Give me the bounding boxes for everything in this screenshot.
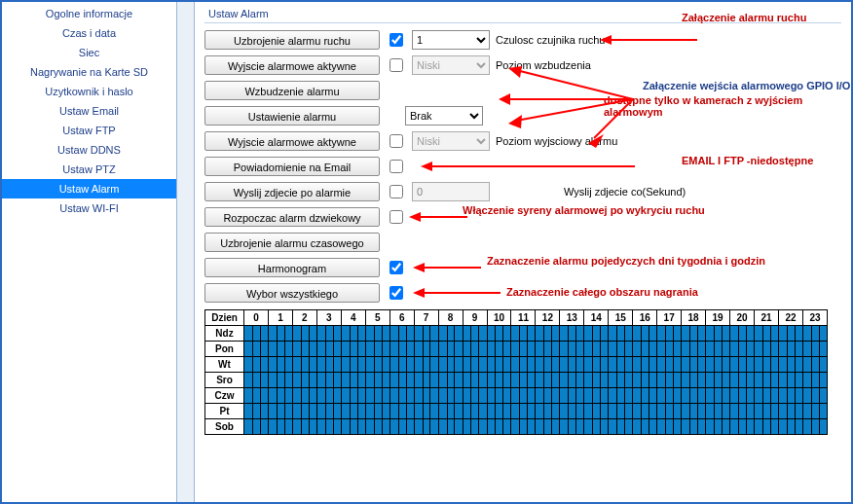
schedule-cell[interactable] <box>268 404 292 419</box>
schedule-cell[interactable] <box>511 326 536 342</box>
schedule-cell[interactable] <box>536 404 560 419</box>
sidebar-item-4[interactable]: Uzytkownik i haslo <box>2 82 176 101</box>
schedule-cell[interactable] <box>536 342 560 357</box>
schedule-cell[interactable] <box>633 342 657 357</box>
schedule-cell[interactable] <box>438 404 463 419</box>
schedule-cell[interactable] <box>511 404 536 419</box>
select-all-button[interactable]: Wybor wszystkiego <box>204 283 380 303</box>
schedule-cell[interactable] <box>755 357 779 373</box>
schedule-cell[interactable] <box>244 373 269 388</box>
schedule-cell[interactable] <box>657 388 682 404</box>
schedule-table[interactable]: Dzien01234567891011121314151617181920212… <box>204 309 828 435</box>
schedule-cell[interactable] <box>536 326 560 342</box>
schedule-cell[interactable] <box>341 388 365 404</box>
schedule-cell[interactable] <box>268 342 292 357</box>
alarm-setting-select[interactable]: Brak <box>405 106 483 126</box>
schedule-button[interactable]: Harmonogram <box>204 258 380 277</box>
schedule-cell[interactable] <box>438 388 463 404</box>
sidebar-item-8[interactable]: Ustaw PTZ <box>2 160 176 179</box>
schedule-cell[interactable] <box>730 342 755 357</box>
schedule-cell[interactable] <box>536 357 560 373</box>
schedule-cell[interactable] <box>584 404 609 419</box>
sidebar-item-7[interactable]: Ustaw DDNS <box>2 140 176 160</box>
schedule-cell[interactable] <box>292 404 316 419</box>
schedule-cell[interactable] <box>316 357 341 373</box>
sidebar-item-10[interactable]: Ustaw WI-FI <box>2 198 176 218</box>
schedule-cell[interactable] <box>633 404 657 419</box>
schedule-cell[interactable] <box>414 357 438 373</box>
schedule-cell[interactable] <box>802 419 827 435</box>
schedule-cell[interactable] <box>633 326 657 342</box>
schedule-cell[interactable] <box>438 373 463 388</box>
schedule-cell[interactable] <box>463 373 487 388</box>
schedule-cell[interactable] <box>389 357 414 373</box>
send-photo-checkbox[interactable] <box>389 185 403 198</box>
schedule-cell[interactable] <box>341 373 365 388</box>
schedule-cell[interactable] <box>609 404 633 419</box>
schedule-cell[interactable] <box>341 357 365 373</box>
schedule-cell[interactable] <box>657 342 682 357</box>
schedule-cell[interactable] <box>487 388 511 404</box>
schedule-cell[interactable] <box>755 388 779 404</box>
schedule-cell[interactable] <box>268 326 292 342</box>
schedule-cell[interactable] <box>268 357 292 373</box>
email-notify-checkbox[interactable] <box>389 160 403 173</box>
schedule-cell[interactable] <box>292 373 316 388</box>
schedule-cell[interactable] <box>389 404 414 419</box>
schedule-cell[interactable] <box>292 357 316 373</box>
schedule-cell[interactable] <box>706 357 730 373</box>
schedule-cell[interactable] <box>244 342 269 357</box>
schedule-cell[interactable] <box>389 419 414 435</box>
schedule-checkbox[interactable] <box>389 261 403 274</box>
schedule-cell[interactable] <box>341 326 365 342</box>
sidebar-item-5[interactable]: Ustaw Email <box>2 101 176 121</box>
schedule-cell[interactable] <box>365 357 389 373</box>
schedule-cell[interactable] <box>511 388 536 404</box>
schedule-cell[interactable] <box>560 388 584 404</box>
schedule-cell[interactable] <box>511 373 536 388</box>
schedule-cell[interactable] <box>778 326 802 342</box>
schedule-cell[interactable] <box>706 373 730 388</box>
schedule-cell[interactable] <box>438 419 463 435</box>
schedule-cell[interactable] <box>244 404 269 419</box>
schedule-cell[interactable] <box>536 373 560 388</box>
schedule-cell[interactable] <box>560 357 584 373</box>
schedule-cell[interactable] <box>438 326 463 342</box>
schedule-cell[interactable] <box>755 373 779 388</box>
schedule-cell[interactable] <box>316 388 341 404</box>
schedule-cell[interactable] <box>341 342 365 357</box>
schedule-cell[interactable] <box>560 342 584 357</box>
schedule-cell[interactable] <box>657 326 682 342</box>
schedule-cell[interactable] <box>706 419 730 435</box>
schedule-cell[interactable] <box>389 326 414 342</box>
schedule-cell[interactable] <box>633 419 657 435</box>
schedule-cell[interactable] <box>414 326 438 342</box>
schedule-cell[interactable] <box>802 388 827 404</box>
schedule-cell[interactable] <box>365 404 389 419</box>
schedule-cell[interactable] <box>389 342 414 357</box>
schedule-cell[interactable] <box>584 373 609 388</box>
schedule-cell[interactable] <box>268 419 292 435</box>
schedule-cell[interactable] <box>268 373 292 388</box>
schedule-cell[interactable] <box>560 326 584 342</box>
schedule-cell[interactable] <box>487 342 511 357</box>
schedule-cell[interactable] <box>730 419 755 435</box>
output-active-checkbox-2[interactable] <box>389 134 403 148</box>
schedule-cell[interactable] <box>316 373 341 388</box>
schedule-cell[interactable] <box>682 357 706 373</box>
motion-arm-checkbox[interactable] <box>389 33 403 47</box>
schedule-cell[interactable] <box>389 373 414 388</box>
schedule-cell[interactable] <box>292 326 316 342</box>
schedule-cell[interactable] <box>682 342 706 357</box>
schedule-cell[interactable] <box>268 388 292 404</box>
schedule-cell[interactable] <box>802 326 827 342</box>
schedule-cell[interactable] <box>657 357 682 373</box>
send-photo-interval-input[interactable] <box>412 182 490 201</box>
schedule-cell[interactable] <box>292 419 316 435</box>
schedule-cell[interactable] <box>511 342 536 357</box>
schedule-cell[interactable] <box>487 419 511 435</box>
schedule-cell[interactable] <box>755 419 779 435</box>
schedule-cell[interactable] <box>316 419 341 435</box>
schedule-cell[interactable] <box>341 404 365 419</box>
schedule-cell[interactable] <box>292 388 316 404</box>
